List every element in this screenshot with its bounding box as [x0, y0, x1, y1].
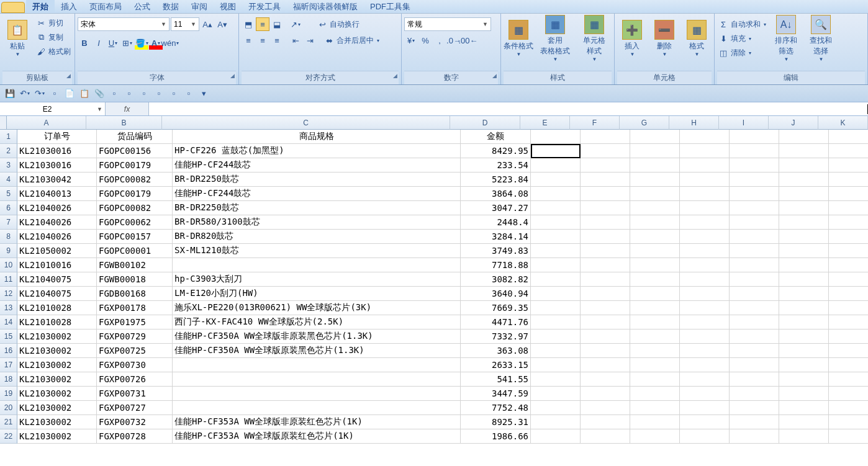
- decrease-decimal-icon[interactable]: .00←: [461, 34, 475, 47]
- cell[interactable]: [581, 372, 630, 387]
- tab-7[interactable]: 开发工具: [242, 0, 287, 13]
- cell[interactable]: [581, 244, 630, 258]
- cell[interactable]: FGOPC00179: [97, 187, 173, 201]
- cell[interactable]: [173, 387, 461, 401]
- cell[interactable]: [829, 230, 868, 244]
- increase-font-icon[interactable]: A▴: [201, 17, 214, 31]
- cell[interactable]: [630, 201, 680, 215]
- tab-5[interactable]: 审阅: [185, 0, 214, 13]
- conditional-format-button[interactable]: ▦条件格式▼: [504, 15, 533, 62]
- cell[interactable]: KL21010028: [17, 315, 97, 329]
- column-header[interactable]: H: [669, 116, 719, 130]
- qat-icon[interactable]: 📎: [93, 87, 106, 100]
- cell[interactable]: [531, 144, 581, 158]
- cell[interactable]: [531, 401, 581, 415]
- cell[interactable]: 7669.35: [461, 301, 531, 315]
- cell[interactable]: [680, 244, 730, 258]
- cell-styles-button[interactable]: ▦单元格 样式▼: [577, 15, 612, 62]
- copy-button[interactable]: ⧉复制: [35, 30, 72, 44]
- row-header[interactable]: 18: [0, 372, 17, 387]
- cell[interactable]: [829, 344, 868, 358]
- cell[interactable]: [531, 201, 581, 215]
- cell[interactable]: FGXP00178: [97, 301, 173, 315]
- cell[interactable]: 7332.97: [461, 329, 531, 344]
- cell[interactable]: [680, 258, 730, 272]
- cell[interactable]: KL21040075: [17, 287, 97, 301]
- fill-button[interactable]: ⬇填充▾: [717, 32, 767, 45]
- cell[interactable]: [531, 344, 581, 358]
- cell[interactable]: [531, 187, 581, 201]
- cell[interactable]: [730, 201, 779, 215]
- cell[interactable]: [680, 130, 730, 144]
- qat-icon[interactable]: ▫: [138, 87, 150, 100]
- cell[interactable]: [730, 158, 779, 173]
- cell[interactable]: [630, 215, 680, 230]
- percent-icon[interactable]: %: [418, 34, 432, 47]
- format-as-table-button[interactable]: ▦套用 表格格式▼: [536, 15, 574, 62]
- cell[interactable]: [630, 315, 680, 329]
- cell[interactable]: [779, 258, 829, 272]
- cell[interactable]: [680, 372, 730, 387]
- qat-icon[interactable]: 📋: [78, 87, 91, 100]
- cell[interactable]: [779, 173, 829, 187]
- column-header[interactable]: I: [719, 116, 769, 130]
- cell[interactable]: [779, 244, 829, 258]
- align-left-icon[interactable]: ≡: [242, 34, 255, 47]
- cell[interactable]: [730, 401, 779, 415]
- dialog-launcher-icon[interactable]: ◢: [230, 73, 235, 79]
- cell[interactable]: [680, 272, 730, 287]
- cell[interactable]: FGOPC00082: [97, 201, 173, 215]
- cell[interactable]: [581, 130, 630, 144]
- cell[interactable]: HP-CF226 蓝鼓芯(加黑型): [173, 144, 461, 158]
- tab-9[interactable]: PDF工具集: [364, 0, 417, 13]
- cell[interactable]: 4471.76: [461, 315, 531, 329]
- cell[interactable]: [173, 372, 461, 387]
- cell[interactable]: [730, 144, 779, 158]
- cell[interactable]: 3284.14: [461, 230, 531, 244]
- cell[interactable]: FGXP00728: [97, 429, 173, 444]
- cell[interactable]: [779, 201, 829, 215]
- cell[interactable]: [680, 158, 730, 173]
- cell[interactable]: [531, 272, 581, 287]
- cell[interactable]: [680, 401, 730, 415]
- cell[interactable]: KL21030002: [17, 401, 97, 415]
- redo-icon[interactable]: ↷▾: [34, 87, 46, 100]
- qat-icon[interactable]: ▫: [183, 87, 195, 100]
- cell[interactable]: [779, 130, 829, 144]
- cell[interactable]: FGOPC00001: [97, 244, 173, 258]
- cell[interactable]: [680, 173, 730, 187]
- cell[interactable]: FGOPC00179: [97, 158, 173, 173]
- qat-icon[interactable]: ▫: [153, 87, 165, 100]
- cell[interactable]: 3047.27: [461, 201, 531, 215]
- row-header[interactable]: 9: [0, 244, 17, 258]
- align-top-icon[interactable]: ⬒: [242, 17, 255, 31]
- cell[interactable]: 金额: [461, 130, 531, 144]
- cell[interactable]: [829, 358, 868, 372]
- insert-cells-button[interactable]: ➕插入▼: [617, 15, 647, 62]
- cell[interactable]: [779, 358, 829, 372]
- cell[interactable]: [829, 201, 868, 215]
- cell[interactable]: 订单号: [17, 130, 97, 144]
- qat-more-icon[interactable]: ▾: [197, 87, 210, 100]
- cell[interactable]: [630, 158, 680, 173]
- row-header[interactable]: 10: [0, 258, 17, 272]
- row-header[interactable]: 3: [0, 158, 17, 173]
- column-header[interactable]: J: [769, 116, 818, 130]
- cell[interactable]: [730, 258, 779, 272]
- cell[interactable]: KL21030042: [17, 173, 97, 187]
- cell[interactable]: [630, 258, 680, 272]
- qat-icon[interactable]: ▫: [48, 87, 61, 100]
- tab-1[interactable]: 插入: [55, 0, 83, 13]
- cell[interactable]: [779, 387, 829, 401]
- cell[interactable]: [730, 315, 779, 329]
- cell[interactable]: [630, 173, 680, 187]
- currency-icon[interactable]: ¥▾: [404, 34, 418, 47]
- select-all-button[interactable]: [0, 116, 7, 130]
- phonetic-button[interactable]: wén▾: [163, 36, 177, 50]
- column-header[interactable]: G: [620, 116, 669, 130]
- column-header[interactable]: B: [86, 116, 162, 130]
- undo-icon[interactable]: ↶▾: [19, 87, 31, 100]
- dialog-launcher-icon[interactable]: ◢: [492, 73, 497, 79]
- cell[interactable]: [779, 158, 829, 173]
- cell[interactable]: [581, 315, 630, 329]
